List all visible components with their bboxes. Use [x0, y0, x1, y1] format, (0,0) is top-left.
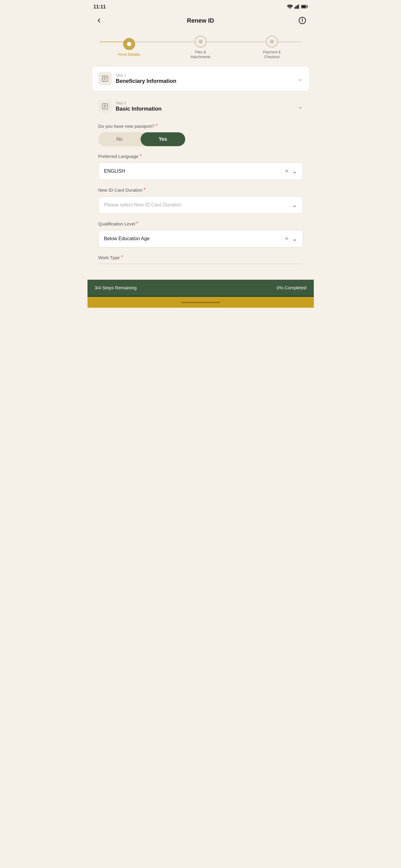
id-duration-label: New ID Card Duration *	[98, 187, 303, 193]
step-1-card: Step 1 Beneficiary Information ⌄	[92, 67, 309, 91]
status-bar: 11:11	[87, 0, 314, 12]
battery-icon	[301, 4, 308, 9]
step-form-details[interactable]: Form Details	[93, 38, 165, 57]
qualification-field-group: Qualification Level * Below Education Ag…	[98, 221, 303, 247]
status-time: 11:11	[93, 4, 106, 10]
language-label: Preferred Language *	[98, 153, 303, 159]
id-duration-placeholder: Please select New ID Card Duration	[104, 202, 181, 208]
back-button[interactable]	[93, 15, 105, 26]
step-2-title: Basic Information	[116, 106, 162, 112]
step-1-header[interactable]: Step 1 Beneficiary Information ⌄	[92, 67, 309, 91]
progress-container: Form Details Files & Attachments Payment…	[87, 31, 314, 67]
language-value: ENGLISH	[104, 168, 125, 174]
svg-rect-5	[302, 5, 306, 8]
step-files-attachments[interactable]: Files & Attachments	[165, 36, 236, 59]
language-clear-icon[interactable]: ✕	[285, 168, 289, 175]
passport-yes-button[interactable]: Yes	[141, 132, 185, 146]
qualification-label: Qualification Level *	[98, 221, 303, 226]
svg-rect-2	[297, 5, 298, 9]
passport-field-group: Do you have new passport? * No Yes	[98, 123, 303, 146]
step-label-files: Files & Attachments	[189, 50, 213, 59]
passport-toggle-group: No Yes	[98, 132, 185, 146]
step-2-chevron-icon: ⌄	[298, 103, 303, 110]
svg-rect-1	[296, 6, 296, 8]
header: Renew ID	[87, 12, 314, 31]
qualification-select[interactable]: Below Education Age ✕ ⌄	[98, 230, 303, 247]
qualification-clear-icon[interactable]: ✕	[285, 236, 289, 242]
svg-rect-6	[307, 6, 308, 7]
language-required-star: *	[140, 153, 142, 159]
step-1-number: Step 1	[116, 73, 176, 78]
form-section: Do you have new passport? * No Yes Prefe…	[92, 119, 309, 276]
work-type-required-star: *	[121, 255, 123, 260]
step-1-title: Beneficiary Information	[116, 78, 176, 84]
id-duration-field-group: New ID Card Duration * Please select New…	[98, 187, 303, 214]
steps-remaining: 3/4 Steps Remaining	[95, 285, 137, 290]
language-field-group: Preferred Language * ENGLISH ✕ ⌄	[98, 153, 303, 180]
svg-rect-3	[298, 4, 299, 9]
passport-no-button[interactable]: No	[98, 132, 141, 146]
main-content: Step 1 Beneficiary Information ⌄	[87, 67, 314, 276]
work-type-input-line	[98, 264, 303, 264]
step-2-icon-box	[98, 100, 112, 113]
step-1-icon-box	[98, 72, 112, 85]
qualification-required-star: *	[136, 221, 138, 226]
qualification-dropdown-icon: ⌄	[292, 235, 297, 242]
step-1-chevron-icon: ⌄	[298, 75, 303, 82]
bottom-bar: 3/4 Steps Remaining 0% Completed	[87, 280, 314, 296]
home-indicator	[87, 297, 314, 308]
step-2-header[interactable]: Step 2 Basic Information ⌄	[92, 94, 309, 119]
svg-point-10	[302, 19, 303, 20]
step-circle-payment	[266, 36, 278, 48]
signal-icon	[294, 4, 299, 10]
id-duration-required-star: *	[144, 187, 145, 193]
step-label-payment: Payment & Checkout	[260, 50, 284, 59]
progress-steps: Form Details Files & Attachments Payment…	[93, 36, 308, 59]
step-circle-files	[195, 36, 207, 48]
passport-label: Do you have new passport? *	[98, 123, 303, 129]
language-select[interactable]: ENGLISH ✕ ⌄	[98, 162, 303, 180]
page-title: Renew ID	[187, 17, 214, 24]
work-type-label: Work Type *	[98, 255, 303, 260]
step-circle-form-details	[123, 38, 135, 50]
completion-percentage: 0% Completed	[277, 285, 306, 290]
step-2-number: Step 2	[116, 101, 162, 105]
id-duration-dropdown-icon: ⌄	[292, 201, 297, 209]
work-type-field-group: Work Type *	[98, 255, 303, 264]
info-button[interactable]	[297, 15, 308, 26]
home-bar	[181, 302, 220, 303]
svg-rect-0	[294, 7, 295, 8]
language-dropdown-icon: ⌄	[292, 167, 297, 175]
step-2-card: Step 2 Basic Information ⌄ Do you have n…	[92, 94, 309, 276]
step-label-form-details: Form Details	[118, 53, 140, 57]
status-icons	[287, 4, 308, 10]
passport-required-star: *	[155, 123, 157, 129]
id-duration-select[interactable]: Please select New ID Card Duration ⌄	[98, 196, 303, 214]
step-payment-checkout[interactable]: Payment & Checkout	[236, 36, 308, 59]
wifi-icon	[287, 4, 293, 10]
qualification-value: Below Education Age	[104, 236, 150, 241]
